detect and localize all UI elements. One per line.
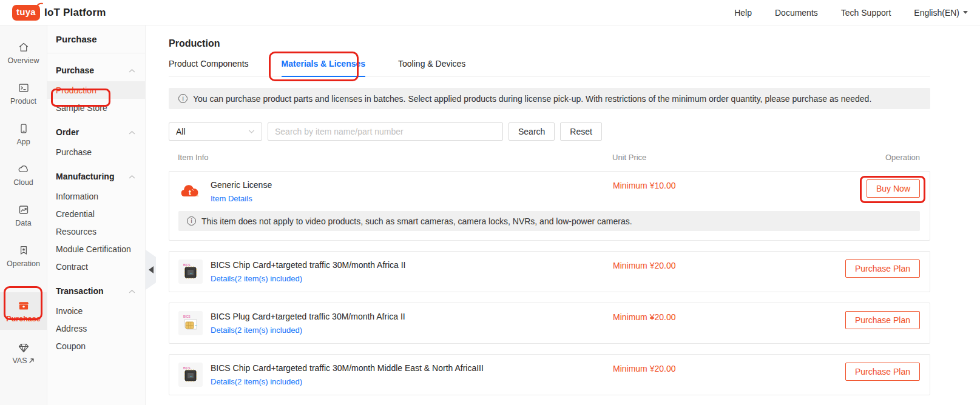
sidebar-item-cloud[interactable]: Cloud <box>0 158 47 191</box>
buy-now-button[interactable]: Buy Now <box>867 179 920 198</box>
unit-price: Minimum ¥10.00 <box>613 181 676 190</box>
nav-help[interactable]: Help <box>734 8 752 18</box>
tuya-logo-text: tuya <box>16 7 36 17</box>
table-row: BICS mi <box>169 251 930 292</box>
menu-item-invoice[interactable]: Invoice <box>47 302 145 320</box>
nav-tech-support[interactable]: Tech Support <box>841 8 891 18</box>
menu-item-production[interactable]: Production <box>47 81 145 99</box>
chevron-left-icon <box>149 266 154 273</box>
filter-bar: All Search Reset <box>169 122 930 141</box>
sidebar-item-app[interactable]: App <box>0 118 47 150</box>
purchase-plan-button[interactable]: Purchase Plan <box>845 363 920 381</box>
menu-item-credential[interactable]: Credential <box>47 205 145 223</box>
menu-item-contract[interactable]: Contract <box>47 258 145 275</box>
sidebar-label: Data <box>15 219 31 227</box>
primary-sidebar: Overview Product App Clou <box>0 25 47 405</box>
menu-item-module-certification[interactable]: Module Certification <box>47 240 145 258</box>
notice-text: You can purchase product parts and licen… <box>193 94 871 104</box>
gem-icon <box>18 343 30 353</box>
menu-group-order[interactable]: Order <box>47 121 145 143</box>
chip-icon: BICS mi <box>178 259 203 284</box>
sidebar-label: Overview <box>7 56 39 65</box>
sidebar-label: App <box>16 138 30 146</box>
menu-item-information[interactable]: Information <box>47 187 145 205</box>
tab-product-components[interactable]: Product Components <box>169 59 249 76</box>
terminal-icon <box>18 82 30 94</box>
item-details-link[interactable]: Details(2 item(s) included) <box>211 377 484 386</box>
nav-documents[interactable]: Documents <box>775 8 818 18</box>
table-row: t Generic License Item Details Minimum ¥… <box>169 171 930 241</box>
page-notice-banner: i You can purchase product parts and lic… <box>169 88 930 109</box>
brand-logo[interactable]: tuya IoT Platform <box>12 5 106 21</box>
menu-group-transaction[interactable]: Transaction <box>47 280 145 302</box>
chevron-up-icon <box>129 130 135 135</box>
cloud-icon <box>18 163 30 175</box>
chart-icon <box>18 204 30 216</box>
tuya-cloud-icon: t <box>178 179 203 204</box>
sidebar-item-purchase[interactable]: Purchase <box>0 292 47 330</box>
table-header: Item Info Unit Price Operation <box>169 153 930 164</box>
page-title: Production <box>169 38 930 49</box>
bookmark-icon <box>18 244 30 256</box>
search-input[interactable] <box>268 122 503 141</box>
top-bar: tuya IoT Platform Help Documents Tech Su… <box>0 0 980 25</box>
purchase-plan-button[interactable]: Purchase Plan <box>845 259 920 278</box>
submenu-title: Purchase <box>47 25 145 53</box>
info-icon: i <box>187 216 196 226</box>
item-details-link[interactable]: Details(2 item(s) included) <box>211 326 405 335</box>
sidebar-label: VAS <box>12 356 34 365</box>
chevron-up-icon <box>129 69 135 73</box>
item-note-banner: i This item does not apply to video prod… <box>178 211 920 231</box>
external-link-icon <box>29 358 35 364</box>
menu-item-coupon[interactable]: Coupon <box>47 337 145 355</box>
menu-item-resources[interactable]: Resources <box>47 223 145 240</box>
svg-text:t: t <box>189 189 191 197</box>
reset-button[interactable]: Reset <box>560 122 602 141</box>
info-icon: i <box>178 94 188 103</box>
tuya-iot-platform-page: tuya IoT Platform Help Documents Tech Su… <box>0 0 980 405</box>
secondary-sidebar: Purchase Purchase Production Sample Stor… <box>47 25 146 405</box>
menu-group-purchase[interactable]: Purchase <box>47 59 145 81</box>
search-button[interactable]: Search <box>509 122 555 141</box>
sidebar-divider <box>10 286 38 287</box>
unit-price: Minimum ¥20.00 <box>613 312 676 322</box>
sidebar-item-operation[interactable]: Operation <box>0 239 47 272</box>
menu-item-address[interactable]: Address <box>47 320 145 337</box>
item-details-link[interactable]: Item Details <box>211 194 272 203</box>
language-selector[interactable]: English(EN) <box>914 8 968 18</box>
item-name: BICS Plug Card+targeted traffic 30M/mont… <box>211 312 405 321</box>
phone-icon <box>18 122 30 135</box>
tab-materials-licenses[interactable]: Materials & Licenses <box>282 59 366 76</box>
tab-tooling-devices[interactable]: Tooling & Devices <box>398 59 465 76</box>
sidebar-label: Cloud <box>13 178 33 187</box>
sidebar-item-overview[interactable]: Overview <box>0 36 47 69</box>
svg-text:mi: mi <box>190 272 192 275</box>
menu-item-order-purchase[interactable]: Purchase <box>47 143 145 161</box>
category-select[interactable]: All <box>169 122 262 141</box>
purchase-plan-button[interactable]: Purchase Plan <box>845 311 920 329</box>
table-row: BICS m BICS Plug Card+targeted traffic 3… <box>169 303 930 344</box>
item-details-link[interactable]: Details(2 item(s) included) <box>211 274 406 283</box>
antenna-icon <box>36 2 44 9</box>
tab-bar: Product Components Materials & Licenses … <box>169 59 930 77</box>
sidebar-item-vas[interactable]: VAS <box>0 337 47 370</box>
menu-item-sample-store[interactable]: Sample Store <box>47 99 145 116</box>
note-text: This item does not apply to video produc… <box>201 216 632 226</box>
menu-group-manufacturing[interactable]: Manufacturing <box>47 166 145 187</box>
sidebar-label: Product <box>10 97 36 105</box>
package-icon <box>17 300 30 312</box>
column-unit-price: Unit Price <box>612 153 646 162</box>
item-name: Generic License <box>211 180 272 190</box>
sidebar-item-data[interactable]: Data <box>0 199 47 232</box>
svg-text:BICS: BICS <box>183 366 191 370</box>
select-value: All <box>176 127 186 136</box>
table-row: BICS mi <box>169 354 930 395</box>
svg-text:BICS: BICS <box>183 263 191 267</box>
tuya-logo-icon: tuya <box>12 5 40 21</box>
language-label: English(EN) <box>914 8 959 18</box>
item-name: BICS Chip Card+targeted traffic 30M/mont… <box>211 363 484 373</box>
sidebar-item-product[interactable]: Product <box>0 77 47 110</box>
top-nav: Help Documents Tech Support English(EN) <box>734 8 968 18</box>
chevron-up-icon <box>129 289 135 293</box>
column-item-info: Item Info <box>178 153 209 162</box>
